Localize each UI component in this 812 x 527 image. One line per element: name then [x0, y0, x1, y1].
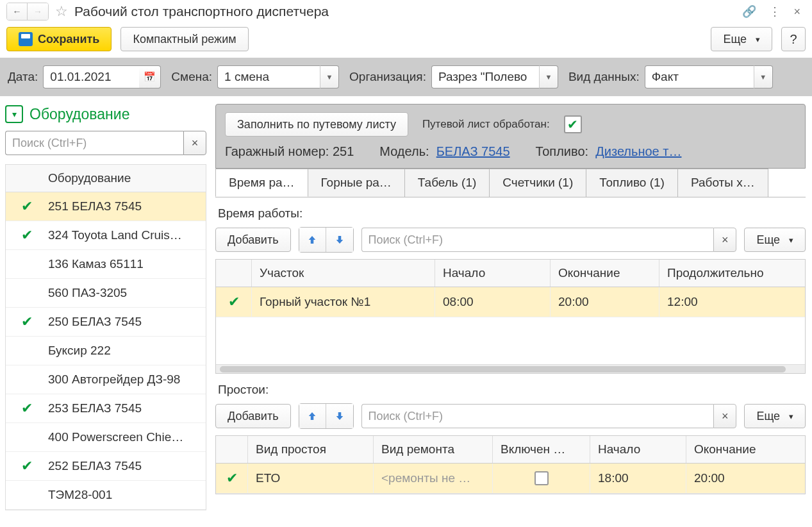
equipment-table: Оборудование ✔ 251 БЕЛАЗ 7545✔ 324 Toyot… [5, 164, 206, 510]
help-button[interactable]: ? [781, 27, 806, 51]
calendar-icon[interactable]: 📅 [139, 65, 161, 88]
downtime-add-button[interactable]: Добавить [215, 404, 291, 428]
equipment-name: 136 Камаз 65111 [48, 257, 206, 271]
equipment-search-input[interactable] [5, 131, 183, 155]
compact-mode-button[interactable]: Компактный режим [120, 27, 248, 51]
downtime-col-start[interactable]: Начало [590, 436, 686, 463]
downtime-more-button[interactable]: Еще [744, 404, 806, 428]
downtime-grid: Вид простоя Вид ремонта Включен … Начало… [215, 435, 806, 494]
date-label: Дата: [8, 70, 38, 84]
equipment-row[interactable]: 300 Автогрейдер ДЗ-98 [6, 365, 206, 394]
worktime-add-button[interactable]: Добавить [215, 228, 291, 252]
equipment-row[interactable]: 400 Powerscreen Chie… [6, 423, 206, 452]
garage-value: 251 [333, 144, 354, 158]
downtime-col-kind[interactable]: Вид простоя [248, 436, 374, 463]
nav-fwd-button[interactable]: → [28, 3, 48, 20]
date-input[interactable]: 01.01.2021 [43, 65, 139, 88]
check-icon: ✔ [6, 400, 48, 417]
tab[interactable]: Горные ра… [308, 169, 405, 197]
equipment-col-header: Оборудование [6, 165, 206, 192]
worktime-col-end[interactable]: Окончание [551, 260, 659, 287]
equipment-name: 251 БЕЛАЗ 7545 [48, 199, 206, 213]
downtime-label: Простои: [215, 374, 806, 403]
model-link[interactable]: БЕЛАЗ 7545 [436, 144, 510, 158]
downtime-col-included[interactable]: Включен … [493, 436, 590, 463]
worktime-col-site[interactable]: Участок [252, 260, 435, 287]
equipment-row[interactable]: 136 Камаз 65111 [6, 250, 206, 279]
kebab-icon[interactable]: ⋮ [764, 4, 786, 19]
nav-back-button[interactable]: ← [7, 3, 28, 20]
worktime-search-clear[interactable]: × [713, 228, 736, 252]
check-icon: ✔ [6, 227, 48, 244]
fuel-label: Топливо: [536, 144, 589, 158]
collapse-icon[interactable]: ▾ [5, 105, 23, 123]
equipment-search-clear[interactable]: × [183, 131, 206, 155]
shift-input[interactable]: 1 смена [217, 65, 320, 88]
equipment-name: Буксир 222 [48, 344, 206, 358]
tab[interactable]: Табель (1) [404, 169, 490, 197]
equipment-name: 300 Автогрейдер ДЗ-98 [48, 372, 206, 387]
processed-label: Путевой лист обработан: [422, 118, 550, 131]
worktime-more-button[interactable]: Еще [744, 228, 806, 252]
equipment-row[interactable]: 560 ПАЗ-3205 [6, 279, 206, 308]
check-icon: ✔ [6, 458, 48, 474]
fill-by-waybill-button[interactable]: Заполнить по путевому листу [225, 112, 408, 137]
fuel-link[interactable]: Дизельное т… [595, 144, 681, 158]
downtime-search-input[interactable] [361, 404, 714, 428]
included-checkbox[interactable] [534, 471, 549, 485]
equipment-row[interactable]: ✔ 324 Toyota Land Cruis… [6, 221, 206, 250]
tab[interactable]: Топливо (1) [586, 169, 678, 197]
shift-label: Смена: [171, 70, 212, 84]
close-icon[interactable]: × [788, 5, 806, 19]
link-icon[interactable]: 🔗 [737, 4, 761, 19]
tab[interactable]: Работы х… [677, 169, 768, 197]
tab[interactable]: Время ра… [215, 169, 308, 197]
worktime-move-down[interactable] [326, 228, 353, 252]
worktime-grid: Участок Начало Окончание Продолжительно … [215, 259, 806, 374]
downtime-row[interactable]: ✔ ЕТО <ремонты не … 18:00 20:00 [216, 464, 805, 494]
check-icon: ✔ [6, 314, 48, 330]
garage-label: Гаражный номер: [225, 144, 329, 158]
worktime-col-start[interactable]: Начало [435, 260, 551, 287]
datakind-dropdown-icon[interactable]: ▼ [754, 65, 773, 88]
equipment-name: 252 БЕЛАЗ 7545 [48, 459, 206, 473]
datakind-label: Вид данных: [568, 71, 640, 84]
save-button[interactable]: Сохранить [6, 27, 112, 51]
processed-checkbox[interactable]: ✔ [564, 115, 582, 133]
equipment-section-title: Оборудование [29, 106, 129, 123]
equipment-name: 324 Toyota Land Cruis… [48, 228, 206, 242]
equipment-row[interactable]: Буксир 222 [6, 337, 206, 365]
more-button[interactable]: Еще [711, 27, 772, 51]
favorite-icon[interactable]: ☆ [51, 3, 72, 20]
equipment-name: 560 ПАЗ-3205 [48, 286, 206, 300]
worktime-hscroll[interactable] [216, 364, 805, 373]
org-dropdown-icon[interactable]: ▼ [539, 65, 558, 88]
org-label: Организация: [349, 70, 426, 84]
downtime-col-repair[interactable]: Вид ремонта [374, 436, 493, 463]
disk-icon [19, 32, 33, 46]
tab[interactable]: Счетчики (1) [489, 169, 586, 197]
equipment-row[interactable]: ТЭМ28-001 [6, 481, 206, 510]
downtime-move-up[interactable] [299, 404, 326, 428]
org-input[interactable]: Разрез "Полево [431, 65, 539, 88]
equipment-name: 250 БЕЛАЗ 7545 [48, 315, 206, 329]
equipment-name: ТЭМ28-001 [48, 488, 206, 502]
equipment-row[interactable]: ✔ 253 БЕЛАЗ 7545 [6, 394, 206, 423]
downtime-search-clear[interactable]: × [713, 404, 736, 428]
equipment-row[interactable]: ✔ 252 БЕЛАЗ 7545 [6, 452, 206, 481]
worktime-search-input[interactable] [361, 228, 714, 252]
downtime-col-end[interactable]: Окончание [686, 436, 805, 463]
equipment-row[interactable]: ✔ 251 БЕЛАЗ 7545 [6, 192, 206, 221]
worktime-label: Время работы: [215, 197, 806, 227]
shift-dropdown-icon[interactable]: ▼ [320, 65, 339, 88]
window-title: Рабочий стол транспортного диспетчера [74, 4, 329, 19]
model-label: Модель: [379, 144, 429, 158]
worktime-move-up[interactable] [299, 228, 326, 252]
downtime-move-down[interactable] [326, 404, 353, 428]
worktime-row[interactable]: ✔ Горный участок №1 08:00 20:00 12:00 [216, 287, 805, 317]
worktime-col-duration[interactable]: Продолжительно [659, 260, 805, 287]
check-icon: ✔ [6, 198, 48, 215]
equipment-row[interactable]: ✔ 250 БЕЛАЗ 7545 [6, 308, 206, 337]
equipment-name: 400 Powerscreen Chie… [48, 430, 206, 444]
datakind-input[interactable]: Факт [645, 65, 754, 88]
